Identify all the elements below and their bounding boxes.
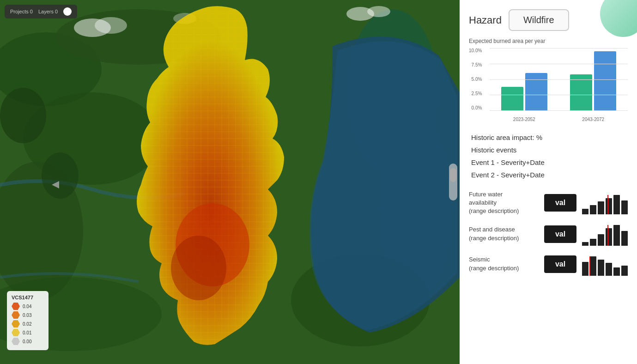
risk-label-water: Future wateravailability(range descripti… <box>469 190 539 216</box>
gridline-4 <box>490 95 628 95</box>
risk-label-pest: Pest and disease(range description) <box>469 225 539 242</box>
hazard-value-box[interactable]: Wildfire <box>509 9 569 31</box>
layers-menu[interactable]: Layers 0 <box>38 9 58 14</box>
mini-bar-p1 <box>582 242 588 246</box>
mini-bar-s2 <box>590 256 596 276</box>
legend-color-4 <box>12 329 20 336</box>
map-section: Projects 0 Layers 0 VCS1477 0.04 0.03 0. <box>0 0 460 364</box>
legend-label-2: 0.03 <box>23 313 31 318</box>
mini-bar-p5 <box>613 225 620 246</box>
svg-point-10 <box>95 17 127 34</box>
mini-chart-pest <box>582 223 628 246</box>
chart-title: Expected burned area per year <box>469 38 628 44</box>
map-legend: VCS1477 0.04 0.03 0.02 0.01 0.00 <box>7 291 49 350</box>
mini-redline-pest <box>607 225 608 246</box>
mini-bar-s1 <box>582 262 588 276</box>
mini-bar-p2 <box>590 239 596 246</box>
legend-item-1: 0.04 <box>12 303 44 310</box>
legend-color-1 <box>12 303 20 310</box>
legend-label-4: 0.01 <box>23 330 31 335</box>
mini-bar-s4 <box>606 263 612 276</box>
mini-bar-w4 <box>606 198 612 214</box>
risk-metrics: Future wateravailability(range descripti… <box>469 190 628 276</box>
legend-item-2: 0.03 <box>12 311 44 319</box>
legend-color-2 <box>12 311 20 319</box>
svg-point-15 <box>42 152 79 199</box>
mini-bar-s5 <box>613 267 620 276</box>
risk-val-water: val <box>544 194 576 212</box>
legend-color-3 <box>12 320 20 328</box>
map-toggle[interactable] <box>63 7 72 16</box>
mini-redline-seismic <box>589 256 590 276</box>
map-background[interactable]: Projects 0 Layers 0 VCS1477 0.04 0.03 0. <box>0 0 460 364</box>
legend-color-5 <box>12 338 20 345</box>
mini-redline-water <box>607 195 608 214</box>
corner-circle <box>600 0 637 37</box>
historic-line-4: Event 2 - Severity+Date <box>471 169 625 181</box>
legend-title: VCS1477 <box>12 295 44 300</box>
mini-bar-w6 <box>621 200 628 214</box>
gridline-2 <box>490 64 628 64</box>
legend-item-3: 0.02 <box>12 320 44 328</box>
gridline-1 <box>490 48 628 49</box>
y-label-1: 7.5% <box>472 62 482 67</box>
legend-item-4: 0.01 <box>12 329 44 336</box>
historic-section: Historic area impact: % Historic events … <box>469 131 628 181</box>
mini-bar-w5 <box>613 195 620 214</box>
chart-y-axis: 10.0% 7.5% 5.0% 2.5% 0.0% <box>469 48 484 110</box>
chart-container: 10.0% 7.5% 5.0% 2.5% 0.0% <box>469 48 628 122</box>
mini-bar-s3 <box>598 260 604 276</box>
chart-x-labels: 2023-2052 2043-2072 <box>490 117 628 122</box>
svg-point-14 <box>0 88 46 143</box>
x-label-1: 2023-2052 <box>490 117 559 122</box>
mini-chart-seismic <box>582 253 628 276</box>
scroll-thumb[interactable] <box>450 168 456 182</box>
legend-label-5: 0.00 <box>23 339 31 344</box>
map-toolbar[interactable]: Projects 0 Layers 0 <box>5 5 77 18</box>
historic-line-3: Event 1 - Severity+Date <box>471 156 625 169</box>
y-label-2: 5.0% <box>472 77 482 82</box>
corner-decoration <box>600 0 637 37</box>
mini-bar-w1 <box>582 209 588 214</box>
gridline-5 <box>490 110 628 111</box>
risk-label-seismic: Seismic(range description) <box>469 255 539 272</box>
risk-val-seismic: val <box>544 255 576 273</box>
legend-label-1: 0.04 <box>23 304 31 309</box>
hazard-value: Wildfire <box>523 15 554 25</box>
x-label-2: 2043-2072 <box>559 117 628 122</box>
mini-bar-w3 <box>598 201 604 214</box>
mini-bar-p6 <box>621 231 628 246</box>
risk-val-pest: val <box>544 225 576 243</box>
risk-row-pest: Pest and disease(range description) val <box>469 223 628 246</box>
legend-label-3: 0.02 <box>23 322 31 327</box>
mini-bar-s6 <box>621 266 628 276</box>
risk-row-water: Future wateravailability(range descripti… <box>469 190 628 216</box>
historic-line-2: Historic events <box>471 144 625 156</box>
risk-row-seismic: Seismic(range description) val <box>469 253 628 276</box>
projects-menu[interactable]: Projects 0 <box>10 9 33 14</box>
info-panel: Hazard Wildfire Expected burned area per… <box>460 0 637 364</box>
historic-line-1: Historic area impact: % <box>471 131 625 144</box>
mini-bar-p3 <box>598 234 604 246</box>
hazard-label: Hazard <box>469 14 502 26</box>
scroll-bar[interactable] <box>449 164 457 200</box>
svg-point-90 <box>171 236 226 300</box>
chart-section: Expected burned area per year 10.0% 7.5%… <box>469 38 628 122</box>
gridline-3 <box>490 79 628 80</box>
chart-gridlines <box>490 48 628 110</box>
legend-item-5: 0.00 <box>12 338 44 345</box>
y-label-0: 10.0% <box>469 48 482 53</box>
mini-chart-water <box>582 191 628 214</box>
mini-bar-p4 <box>606 228 612 246</box>
svg-point-12 <box>367 6 390 17</box>
y-label-3: 2.5% <box>472 91 482 96</box>
mini-bar-w2 <box>590 205 596 214</box>
y-label-4: 0.0% <box>472 105 482 110</box>
